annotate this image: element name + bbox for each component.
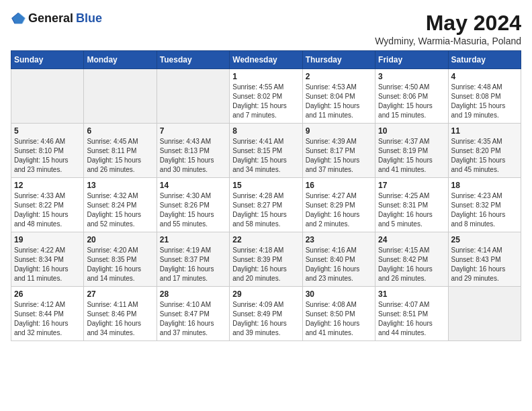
day-info: Sunrise: 4:27 AMSunset: 8:29 PMDaylight:… [306,191,372,229]
calendar-cell: 14Sunrise: 4:30 AMSunset: 8:26 PMDayligh… [157,178,229,232]
day-info: Sunrise: 4:12 AMSunset: 8:44 PMDaylight:… [14,300,81,338]
calendar-cell: 15Sunrise: 4:28 AMSunset: 8:27 PMDayligh… [230,178,302,232]
day-info: Sunrise: 4:07 AMSunset: 8:51 PMDaylight:… [378,300,445,338]
logo: General Blue [11,11,102,26]
day-info: Sunrise: 4:22 AMSunset: 8:34 PMDaylight:… [14,246,81,283]
calendar-cell: 13Sunrise: 4:32 AMSunset: 8:24 PMDayligh… [84,178,157,232]
calendar-week-1: 1Sunrise: 4:55 AMSunset: 8:02 PMDaylight… [11,69,521,124]
day-info: Sunrise: 4:45 AMSunset: 8:11 PMDaylight:… [87,137,153,175]
day-info: Sunrise: 4:35 AMSunset: 8:20 PMDaylight:… [451,137,518,175]
day-info: Sunrise: 4:28 AMSunset: 8:27 PMDaylight:… [232,191,299,229]
day-info: Sunrise: 4:37 AMSunset: 8:19 PMDaylight:… [378,137,445,175]
calendar-header: Sunday Monday Tuesday Wednesday Thursday… [11,51,521,69]
day-number: 18 [451,181,518,190]
day-number: 7 [160,126,226,136]
calendar-cell: 30Sunrise: 4:08 AMSunset: 8:50 PMDayligh… [302,287,375,341]
calendar-cell: 19Sunrise: 4:22 AMSunset: 8:34 PMDayligh… [11,232,84,287]
day-info: Sunrise: 4:11 AMSunset: 8:46 PMDaylight:… [87,300,153,338]
day-info: Sunrise: 4:09 AMSunset: 8:49 PMDaylight:… [232,300,299,338]
calendar-week-3: 12Sunrise: 4:33 AMSunset: 8:22 PMDayligh… [11,178,521,232]
logo-icon [11,11,26,26]
day-number: 31 [378,289,445,299]
header-wednesday: Wednesday [230,51,302,69]
month-title: May 2024 [375,11,521,36]
header-thursday: Thursday [302,51,375,69]
day-number: 28 [160,289,226,299]
day-info: Sunrise: 4:30 AMSunset: 8:26 PMDaylight:… [160,191,226,229]
calendar-cell: 8Sunrise: 4:41 AMSunset: 8:15 PMDaylight… [230,124,302,178]
day-number: 22 [232,235,299,244]
day-number: 5 [14,126,81,136]
day-number: 27 [87,289,153,299]
calendar-cell: 31Sunrise: 4:07 AMSunset: 8:51 PMDayligh… [375,287,448,341]
header-saturday: Saturday [448,51,521,69]
calendar-cell: 23Sunrise: 4:16 AMSunset: 8:40 PMDayligh… [302,232,375,287]
title-block: May 2024 Wydminy, Warmia-Masuria, Poland [375,11,521,46]
day-number: 4 [451,72,518,81]
calendar-cell: 11Sunrise: 4:35 AMSunset: 8:20 PMDayligh… [448,124,521,178]
day-info: Sunrise: 4:19 AMSunset: 8:37 PMDaylight:… [160,246,226,283]
day-number: 2 [306,72,372,81]
day-number: 16 [306,181,372,190]
calendar-body: 1Sunrise: 4:55 AMSunset: 8:02 PMDaylight… [11,69,521,341]
day-number: 24 [378,235,445,244]
calendar-cell: 26Sunrise: 4:12 AMSunset: 8:44 PMDayligh… [11,287,84,341]
logo-blue-text: Blue [76,11,102,26]
calendar-cell: 2Sunrise: 4:53 AMSunset: 8:04 PMDaylight… [302,69,375,124]
day-number: 3 [378,72,445,81]
day-header-row: Sunday Monday Tuesday Wednesday Thursday… [11,51,521,69]
day-number: 13 [87,181,153,190]
day-number: 14 [160,181,226,190]
day-info: Sunrise: 4:10 AMSunset: 8:47 PMDaylight:… [160,300,226,338]
calendar-cell: 10Sunrise: 4:37 AMSunset: 8:19 PMDayligh… [375,124,448,178]
day-info: Sunrise: 4:15 AMSunset: 8:42 PMDaylight:… [378,246,445,283]
day-info: Sunrise: 4:43 AMSunset: 8:13 PMDaylight:… [160,137,226,175]
calendar-cell: 22Sunrise: 4:18 AMSunset: 8:39 PMDayligh… [230,232,302,287]
calendar-cell: 9Sunrise: 4:39 AMSunset: 8:17 PMDaylight… [302,124,375,178]
day-number: 11 [451,126,518,136]
day-info: Sunrise: 4:48 AMSunset: 8:08 PMDaylight:… [451,83,518,120]
day-number: 29 [232,289,299,299]
day-info: Sunrise: 4:53 AMSunset: 8:04 PMDaylight:… [306,83,372,120]
calendar-cell: 27Sunrise: 4:11 AMSunset: 8:46 PMDayligh… [84,287,157,341]
day-info: Sunrise: 4:20 AMSunset: 8:35 PMDaylight:… [87,246,153,283]
location-subtitle: Wydminy, Warmia-Masuria, Poland [375,36,521,46]
day-info: Sunrise: 4:25 AMSunset: 8:31 PMDaylight:… [378,191,445,229]
header-monday: Monday [84,51,157,69]
day-info: Sunrise: 4:55 AMSunset: 8:02 PMDaylight:… [232,83,299,120]
calendar-cell: 3Sunrise: 4:50 AMSunset: 8:06 PMDaylight… [375,69,448,124]
header-sunday: Sunday [11,51,84,69]
day-info: Sunrise: 4:08 AMSunset: 8:50 PMDaylight:… [306,300,372,338]
day-number: 6 [87,126,153,136]
calendar-cell: 16Sunrise: 4:27 AMSunset: 8:29 PMDayligh… [302,178,375,232]
calendar-cell: 29Sunrise: 4:09 AMSunset: 8:49 PMDayligh… [230,287,302,341]
page-header: General Blue May 2024 Wydminy, Warmia-Ma… [11,11,521,46]
day-info: Sunrise: 4:23 AMSunset: 8:32 PMDaylight:… [451,191,518,229]
day-number: 25 [451,235,518,244]
day-number: 10 [378,126,445,136]
day-number: 21 [160,235,226,244]
day-info: Sunrise: 4:41 AMSunset: 8:15 PMDaylight:… [232,137,299,175]
calendar-cell: 21Sunrise: 4:19 AMSunset: 8:37 PMDayligh… [157,232,229,287]
day-number: 30 [306,289,372,299]
calendar-cell: 12Sunrise: 4:33 AMSunset: 8:22 PMDayligh… [11,178,84,232]
calendar-cell [11,69,84,124]
calendar-cell: 24Sunrise: 4:15 AMSunset: 8:42 PMDayligh… [375,232,448,287]
day-info: Sunrise: 4:18 AMSunset: 8:39 PMDaylight:… [232,246,299,283]
day-number: 17 [378,181,445,190]
calendar-cell [157,69,229,124]
calendar-cell: 5Sunrise: 4:46 AMSunset: 8:10 PMDaylight… [11,124,84,178]
day-info: Sunrise: 4:33 AMSunset: 8:22 PMDaylight:… [14,191,81,229]
day-info: Sunrise: 4:50 AMSunset: 8:06 PMDaylight:… [378,83,445,120]
day-number: 9 [306,126,372,136]
calendar-week-4: 19Sunrise: 4:22 AMSunset: 8:34 PMDayligh… [11,232,521,287]
calendar-cell: 6Sunrise: 4:45 AMSunset: 8:11 PMDaylight… [84,124,157,178]
day-number: 1 [232,72,299,81]
day-info: Sunrise: 4:14 AMSunset: 8:43 PMDaylight:… [451,246,518,283]
day-number: 23 [306,235,372,244]
day-info: Sunrise: 4:32 AMSunset: 8:24 PMDaylight:… [87,191,153,229]
day-number: 8 [232,126,299,136]
day-number: 26 [14,289,81,299]
calendar-cell: 1Sunrise: 4:55 AMSunset: 8:02 PMDaylight… [230,69,302,124]
header-tuesday: Tuesday [157,51,229,69]
